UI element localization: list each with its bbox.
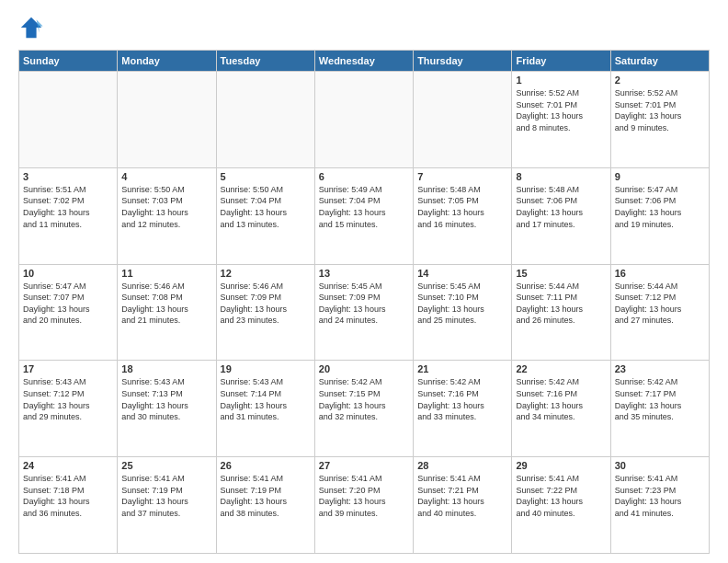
day-number: 6 [319, 171, 409, 182]
day-info: Sunrise: 5:43 AM Sunset: 7:12 PM Dayligh… [23, 376, 113, 422]
day-info: Sunrise: 5:50 AM Sunset: 7:04 PM Dayligh… [221, 184, 311, 230]
day-info: Sunrise: 5:47 AM Sunset: 7:07 PM Dayligh… [23, 281, 113, 327]
calendar-cell: 28Sunrise: 5:41 AM Sunset: 7:21 PM Dayli… [414, 457, 512, 554]
calendar-cell: 17Sunrise: 5:43 AM Sunset: 7:12 PM Dayli… [19, 361, 118, 457]
day-info: Sunrise: 5:41 AM Sunset: 7:19 PM Dayligh… [221, 473, 311, 519]
day-info: Sunrise: 5:41 AM Sunset: 7:23 PM Dayligh… [615, 473, 705, 519]
day-info: Sunrise: 5:42 AM Sunset: 7:15 PM Dayligh… [319, 376, 409, 422]
day-number: 10 [23, 268, 113, 279]
day-number: 20 [319, 363, 409, 374]
calendar-cell [414, 72, 512, 168]
day-info: Sunrise: 5:52 AM Sunset: 7:01 PM Dayligh… [516, 87, 606, 133]
calendar-cell: 21Sunrise: 5:42 AM Sunset: 7:16 PM Dayli… [414, 361, 512, 457]
day-info: Sunrise: 5:42 AM Sunset: 7:16 PM Dayligh… [417, 376, 507, 422]
calendar-cell: 1Sunrise: 5:52 AM Sunset: 7:01 PM Daylig… [512, 72, 610, 168]
calendar-cell [118, 72, 216, 168]
calendar-cell: 16Sunrise: 5:44 AM Sunset: 7:12 PM Dayli… [610, 264, 709, 361]
calendar-cell: 18Sunrise: 5:43 AM Sunset: 7:13 PM Dayli… [118, 361, 216, 457]
page: SundayMondayTuesdayWednesdayThursdayFrid… [0, 0, 728, 563]
day-number: 26 [221, 460, 311, 471]
day-number: 1 [516, 75, 606, 86]
day-number: 25 [121, 460, 211, 471]
day-number: 8 [516, 171, 606, 182]
calendar-cell: 29Sunrise: 5:41 AM Sunset: 7:22 PM Dayli… [512, 457, 610, 554]
calendar-cell: 9Sunrise: 5:47 AM Sunset: 7:06 PM Daylig… [610, 167, 709, 264]
weekday-wednesday: Wednesday [314, 51, 413, 72]
weekday-monday: Monday [118, 51, 216, 72]
day-info: Sunrise: 5:47 AM Sunset: 7:06 PM Dayligh… [615, 184, 705, 230]
day-number: 21 [417, 363, 507, 374]
weekday-thursday: Thursday [414, 51, 512, 72]
calendar-week-2: 3Sunrise: 5:51 AM Sunset: 7:02 PM Daylig… [19, 167, 710, 264]
calendar-cell: 24Sunrise: 5:41 AM Sunset: 7:18 PM Dayli… [19, 457, 118, 554]
day-number: 14 [417, 268, 507, 279]
day-number: 23 [615, 363, 705, 374]
calendar-cell: 2Sunrise: 5:52 AM Sunset: 7:01 PM Daylig… [610, 72, 709, 168]
calendar-week-4: 17Sunrise: 5:43 AM Sunset: 7:12 PM Dayli… [19, 361, 710, 457]
day-info: Sunrise: 5:51 AM Sunset: 7:02 PM Dayligh… [23, 184, 113, 230]
day-number: 27 [319, 460, 409, 471]
day-number: 29 [516, 460, 606, 471]
day-number: 17 [23, 363, 113, 374]
day-info: Sunrise: 5:52 AM Sunset: 7:01 PM Dayligh… [615, 87, 705, 133]
weekday-tuesday: Tuesday [216, 51, 314, 72]
calendar-cell: 20Sunrise: 5:42 AM Sunset: 7:15 PM Dayli… [314, 361, 413, 457]
day-number: 22 [516, 363, 606, 374]
header [18, 15, 710, 40]
calendar-cell: 25Sunrise: 5:41 AM Sunset: 7:19 PM Dayli… [118, 457, 216, 554]
calendar-cell: 14Sunrise: 5:45 AM Sunset: 7:10 PM Dayli… [414, 264, 512, 361]
calendar-week-1: 1Sunrise: 5:52 AM Sunset: 7:01 PM Daylig… [19, 72, 710, 168]
day-info: Sunrise: 5:46 AM Sunset: 7:09 PM Dayligh… [221, 281, 311, 327]
calendar-cell: 30Sunrise: 5:41 AM Sunset: 7:23 PM Dayli… [610, 457, 709, 554]
calendar-cell: 3Sunrise: 5:51 AM Sunset: 7:02 PM Daylig… [19, 167, 118, 264]
calendar-cell: 8Sunrise: 5:48 AM Sunset: 7:06 PM Daylig… [512, 167, 610, 264]
calendar-cell: 26Sunrise: 5:41 AM Sunset: 7:19 PM Dayli… [216, 457, 314, 554]
calendar-cell [216, 72, 314, 168]
day-info: Sunrise: 5:43 AM Sunset: 7:14 PM Dayligh… [221, 376, 311, 422]
logo [18, 15, 48, 40]
calendar-cell: 11Sunrise: 5:46 AM Sunset: 7:08 PM Dayli… [118, 264, 216, 361]
day-info: Sunrise: 5:44 AM Sunset: 7:12 PM Dayligh… [615, 281, 705, 327]
day-number: 3 [23, 171, 113, 182]
day-number: 13 [319, 268, 409, 279]
calendar-cell: 27Sunrise: 5:41 AM Sunset: 7:20 PM Dayli… [314, 457, 413, 554]
calendar-cell: 6Sunrise: 5:49 AM Sunset: 7:04 PM Daylig… [314, 167, 413, 264]
calendar-cell: 10Sunrise: 5:47 AM Sunset: 7:07 PM Dayli… [19, 264, 118, 361]
calendar-table: SundayMondayTuesdayWednesdayThursdayFrid… [18, 50, 710, 554]
day-number: 9 [615, 171, 705, 182]
day-number: 18 [121, 363, 211, 374]
calendar-cell: 5Sunrise: 5:50 AM Sunset: 7:04 PM Daylig… [216, 167, 314, 264]
day-info: Sunrise: 5:42 AM Sunset: 7:16 PM Dayligh… [516, 376, 606, 422]
day-info: Sunrise: 5:42 AM Sunset: 7:17 PM Dayligh… [615, 376, 705, 422]
day-number: 16 [615, 268, 705, 279]
day-number: 15 [516, 268, 606, 279]
weekday-friday: Friday [512, 51, 610, 72]
weekday-header-row: SundayMondayTuesdayWednesdayThursdayFrid… [19, 51, 710, 72]
weekday-saturday: Saturday [610, 51, 709, 72]
calendar-cell: 22Sunrise: 5:42 AM Sunset: 7:16 PM Dayli… [512, 361, 610, 457]
calendar-cell: 4Sunrise: 5:50 AM Sunset: 7:03 PM Daylig… [118, 167, 216, 264]
day-info: Sunrise: 5:41 AM Sunset: 7:18 PM Dayligh… [23, 473, 113, 519]
day-info: Sunrise: 5:41 AM Sunset: 7:22 PM Dayligh… [516, 473, 606, 519]
day-info: Sunrise: 5:48 AM Sunset: 7:06 PM Dayligh… [516, 184, 606, 230]
calendar-cell: 12Sunrise: 5:46 AM Sunset: 7:09 PM Dayli… [216, 264, 314, 361]
day-info: Sunrise: 5:41 AM Sunset: 7:20 PM Dayligh… [319, 473, 409, 519]
day-number: 30 [615, 460, 705, 471]
weekday-sunday: Sunday [19, 51, 118, 72]
day-info: Sunrise: 5:49 AM Sunset: 7:04 PM Dayligh… [319, 184, 409, 230]
calendar-cell: 19Sunrise: 5:43 AM Sunset: 7:14 PM Dayli… [216, 361, 314, 457]
day-number: 28 [417, 460, 507, 471]
day-info: Sunrise: 5:50 AM Sunset: 7:03 PM Dayligh… [121, 184, 211, 230]
day-info: Sunrise: 5:45 AM Sunset: 7:10 PM Dayligh… [417, 281, 507, 327]
day-number: 11 [121, 268, 211, 279]
day-number: 24 [23, 460, 113, 471]
logo-icon [18, 15, 44, 40]
day-info: Sunrise: 5:41 AM Sunset: 7:21 PM Dayligh… [417, 473, 507, 519]
calendar-cell [19, 72, 118, 168]
day-info: Sunrise: 5:46 AM Sunset: 7:08 PM Dayligh… [121, 281, 211, 327]
calendar-cell: 15Sunrise: 5:44 AM Sunset: 7:11 PM Dayli… [512, 264, 610, 361]
calendar-cell: 13Sunrise: 5:45 AM Sunset: 7:09 PM Dayli… [314, 264, 413, 361]
day-number: 4 [121, 171, 211, 182]
calendar-week-3: 10Sunrise: 5:47 AM Sunset: 7:07 PM Dayli… [19, 264, 710, 361]
day-info: Sunrise: 5:41 AM Sunset: 7:19 PM Dayligh… [121, 473, 211, 519]
